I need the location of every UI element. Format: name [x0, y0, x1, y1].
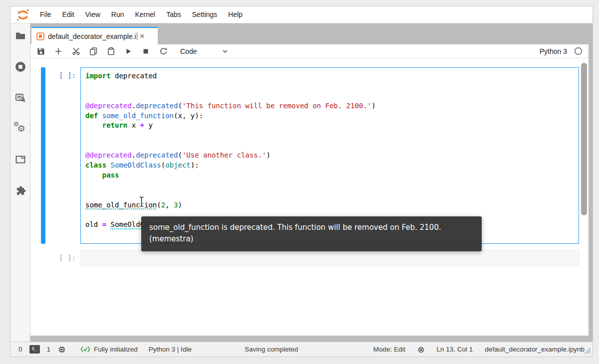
- cell-type-dropdown[interactable]: Code: [180, 47, 229, 55]
- menu-edit[interactable]: Edit: [57, 6, 80, 23]
- code-line[interactable]: [85, 81, 577, 91]
- open-tabs-icon[interactable]: [14, 153, 27, 166]
- main-area: ⚙ ⚙: [10, 23, 593, 342]
- menu-run[interactable]: Run: [106, 6, 130, 23]
- tab-text-cursor: [137, 32, 137, 40]
- resize-grip-icon[interactable]: [584, 347, 591, 356]
- menu-bar: File Edit View Run Kernel Tabs Settings …: [10, 6, 593, 23]
- restart-kernel-button[interactable]: [159, 47, 168, 56]
- statusbar-filename: default_decorator_example.ipynb: [485, 346, 585, 353]
- running-sessions-icon[interactable]: [14, 60, 27, 73]
- cell-type-value: Code: [180, 47, 197, 55]
- lsp-status-text: Fully initialized: [94, 346, 138, 353]
- tooltip-line2: (memestra): [149, 233, 474, 245]
- code-line[interactable]: @deprecated.deprecated('This function wi…: [85, 101, 577, 111]
- property-inspector-icon[interactable]: [14, 91, 27, 104]
- code-line[interactable]: return x + y: [85, 121, 577, 131]
- input-prompt-2: [ ]:: [45, 250, 80, 266]
- save-status-text: Saving completed: [245, 342, 298, 357]
- file-browser-icon[interactable]: [14, 29, 27, 42]
- extension-manager-icon[interactable]: [14, 184, 27, 197]
- interrupt-kernel-button[interactable]: [141, 47, 150, 56]
- cursor-position[interactable]: Ln 13, Col 1: [437, 346, 473, 353]
- mouse-cursor-ibeam: [138, 196, 145, 209]
- chevron-down-icon: [222, 48, 229, 55]
- add-cell-button[interactable]: [54, 47, 63, 56]
- vertical-scrollbar-thumb[interactable]: [581, 63, 587, 215]
- tooltip-line1: some_old_function is deprecated. This fu…: [149, 222, 474, 233]
- cell-collapser[interactable]: [41, 67, 45, 244]
- bug-icon[interactable]: [57, 345, 66, 354]
- kernel-status-text[interactable]: Python 3 | Idle: [149, 346, 192, 353]
- notebook-tab[interactable]: default_decorator_example.i ×: [31, 27, 158, 44]
- deprecation-tooltip: some_old_function is deprecated. This fu…: [141, 216, 482, 251]
- status-bar: 0 $_ 1 Fully initialized Python 3 | Idle…: [10, 342, 593, 357]
- kernel-session-count[interactable]: 0: [18, 346, 22, 353]
- copy-cells-button[interactable]: [89, 47, 98, 56]
- menu-kernel[interactable]: Kernel: [129, 6, 160, 23]
- jupyterlab-window: File Edit View Run Kernel Tabs Settings …: [10, 6, 593, 357]
- menu-tabs[interactable]: Tabs: [161, 6, 187, 23]
- empty-code-editor[interactable]: [80, 250, 579, 266]
- code-line[interactable]: [85, 181, 577, 190]
- input-prompt: [ ]:: [45, 67, 80, 244]
- large-gear-icon: ⚙: [17, 123, 25, 134]
- code-line[interactable]: some_old_function(2, 3): [85, 200, 577, 210]
- cell-collapser-2[interactable]: [41, 250, 45, 266]
- code-line[interactable]: pass: [85, 171, 577, 181]
- lsp-check-icon: [80, 346, 90, 353]
- code-line[interactable]: [85, 141, 577, 151]
- code-cell-2: [ ]:: [30, 250, 589, 266]
- menu-file[interactable]: File: [34, 6, 57, 23]
- left-sidebar: ⚙ ⚙: [10, 23, 30, 342]
- tab-title: default_decorator_example.i: [48, 32, 136, 40]
- run-cell-button[interactable]: [124, 47, 133, 56]
- code-line[interactable]: [85, 190, 577, 200]
- jupyter-logo-icon: [15, 8, 30, 22]
- kernel-status-icon[interactable]: [574, 47, 583, 55]
- code-line[interactable]: [85, 131, 577, 141]
- kernel-name-button[interactable]: Python 3: [540, 47, 567, 55]
- notebook-toolbar: Code Python 3: [30, 44, 589, 58]
- tab-bar: default_decorator_example.i ×: [30, 23, 589, 44]
- code-line[interactable]: def some_old_function(x, y):: [85, 111, 577, 121]
- command-mode-indicator[interactable]: Mode: Edit: [373, 346, 406, 353]
- dock-panel: default_decorator_example.i ×: [30, 23, 593, 342]
- code-line[interactable]: class SomeOldClass(object):: [85, 161, 577, 171]
- code-lines: import deprecated@deprecated.deprecated(…: [85, 71, 577, 240]
- lsp-status[interactable]: Fully initialized: [80, 346, 138, 353]
- menu-view[interactable]: View: [80, 6, 106, 23]
- save-button[interactable]: [36, 47, 45, 56]
- cut-cells-button[interactable]: [71, 47, 80, 56]
- menu-help[interactable]: Help: [223, 6, 248, 23]
- terminal-icon: $_: [29, 345, 40, 354]
- code-line[interactable]: @deprecated.deprecated('Use another clas…: [85, 151, 577, 161]
- code-line[interactable]: [85, 91, 577, 101]
- menu-settings[interactable]: Settings: [187, 6, 223, 23]
- notebook-content: [ ]: import deprecated@deprecated.deprec…: [30, 58, 589, 336]
- paste-cells-button[interactable]: [106, 47, 115, 56]
- not-trusted-icon[interactable]: ⊗: [417, 345, 424, 355]
- terminal-session-count[interactable]: 1: [47, 346, 51, 353]
- settings-gears-icon[interactable]: ⚙ ⚙: [14, 122, 27, 135]
- code-line[interactable]: import deprecated: [85, 71, 577, 81]
- tab-close-icon[interactable]: ×: [139, 32, 146, 40]
- notebook-file-icon: [36, 32, 44, 40]
